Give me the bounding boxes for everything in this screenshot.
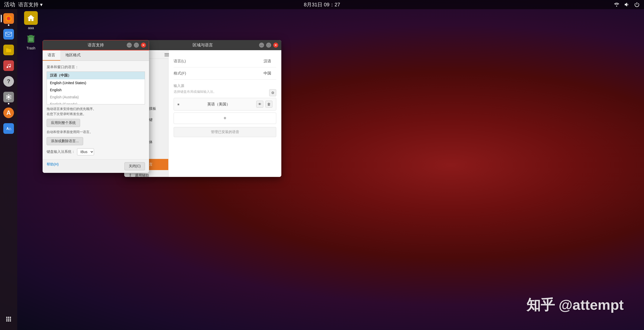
settings-main: 语言(L) 汉语 格式(F) 中国 输入源 选择键盘布局或编辑输入法。 ⚙ ■ … — [169, 50, 281, 177]
lang-apply-row: 应用到整个系统 — [47, 119, 145, 127]
settings-controls: — □ ✕ — [259, 43, 278, 48]
lang-support-title: 语言支持 — [88, 43, 104, 48]
svg-point-0 — [616, 6, 617, 7]
delete-input-button[interactable]: 🗑 — [265, 101, 272, 108]
lang-support-window: 语言支持 — □ ✕ 语言 地区格式 菜单和窗口的语言： 汉语（中国） Engl… — [43, 40, 149, 173]
lang-list[interactable]: 汉语（中国） English (United States) English E… — [47, 71, 145, 104]
kbd-select[interactable]: IBus — [77, 148, 94, 155]
desktop-icon-home[interactable]: aaa — [21, 11, 41, 30]
accessibility-icon — [128, 173, 132, 177]
language-label: 语言(L) — [174, 59, 204, 64]
input-section-label: 输入源 — [174, 84, 276, 88]
svg-point-46 — [130, 174, 131, 174]
settings-maximize-button[interactable]: □ — [266, 43, 271, 48]
dock-item-translate[interactable]: A あ — [2, 122, 15, 135]
kbd-label: 键盘输入法系统： — [47, 150, 75, 154]
input-item-bullet: ■ — [177, 102, 179, 106]
watermark: 知乎 @attempt — [526, 296, 624, 315]
svg-rect-3 — [6, 32, 12, 36]
svg-point-5 — [9, 66, 11, 67]
language-value: 汉语 — [204, 59, 276, 64]
svg-rect-26 — [164, 56, 169, 56]
dock-item-appstore[interactable]: A — [2, 106, 15, 120]
svg-point-10 — [10, 317, 11, 318]
lang-tab-language[interactable]: 语言 — [43, 50, 60, 61]
language-row[interactable]: 语言(L) 汉语 — [174, 55, 276, 67]
svg-point-12 — [8, 319, 9, 320]
kbd-row: 键盘输入法系统： IBus — [47, 148, 145, 155]
auto-login-hint: 自动和登录界面使用同一语言。 — [47, 130, 145, 135]
topbar-left: 活动 语言支持 ▾ — [4, 1, 43, 8]
lang-item-en-us[interactable]: English (United States) — [47, 79, 145, 86]
lang-item-zh-cn[interactable]: 汉语（中国） — [47, 72, 145, 79]
lang-minimize-button[interactable]: — — [127, 43, 132, 48]
dock-settings-dot — [8, 103, 9, 104]
preview-input-button[interactable]: 👁 — [256, 101, 263, 108]
svg-point-9 — [8, 317, 9, 318]
app-menu[interactable]: 语言支持 ▾ — [18, 1, 43, 8]
input-item-name: 英语（美国） — [207, 102, 230, 107]
topbar-datetime: 8月31日 09：27 — [304, 1, 340, 8]
lang-support-titlebar: 语言支持 — □ ✕ — [43, 40, 149, 50]
desktop-icon-trash[interactable]: Trash — [21, 31, 41, 50]
svg-rect-25 — [164, 54, 169, 55]
input-item-en-us[interactable]: ■ 英语（美国） 👁 🗑 — [174, 98, 276, 111]
network-icon[interactable] — [614, 2, 620, 8]
svg-point-13 — [10, 319, 11, 320]
dock-item-email[interactable] — [2, 27, 15, 41]
add-input-button[interactable]: + — [174, 113, 276, 124]
format-value: 中国 — [204, 71, 276, 76]
activities-button[interactable]: 活动 — [4, 1, 15, 8]
volume-icon[interactable] — [624, 2, 630, 8]
manage-languages-button[interactable]: 管理已安装的语音 — [174, 127, 276, 137]
settings-panel-title: 区域与语言 — [193, 43, 213, 48]
lang-section-label: 菜单和窗口的语言： — [47, 65, 145, 69]
svg-rect-24 — [164, 53, 169, 54]
nav-accessibility-label: 通用辅助 — [135, 173, 149, 177]
lang-maximize-button[interactable]: □ — [134, 43, 139, 48]
lang-item-en-ca[interactable]: English (Canada) — [47, 101, 145, 104]
svg-point-14 — [6, 320, 8, 322]
home-icon-label: aaa — [28, 26, 34, 30]
dock: ? A A あ — [0, 9, 17, 330]
svg-text:あ: あ — [9, 127, 12, 131]
dock-item-help[interactable]: ? — [2, 75, 15, 88]
lang-item-en[interactable]: English — [47, 86, 145, 94]
dock-item-settings[interactable] — [2, 90, 15, 104]
add-remove-row: 添加或删除语言... — [47, 137, 145, 145]
dock-item-firefox[interactable] — [2, 12, 15, 25]
lang-hint: 拖动语言来安排他们的优先顺序。 在您下次登录时将发生效。 — [47, 106, 145, 116]
input-item-actions: 👁 🗑 — [256, 101, 272, 108]
add-remove-button[interactable]: 添加或删除语言... — [47, 137, 83, 145]
svg-point-8 — [6, 317, 8, 318]
lang-footer: 帮助(H) 关闭(C) — [43, 159, 149, 173]
input-settings-button[interactable]: ⚙ — [269, 89, 276, 96]
dock-active-dot — [8, 24, 9, 26]
dock-item-files[interactable] — [2, 43, 15, 57]
power-icon[interactable] — [634, 2, 640, 8]
lang-tab-regional[interactable]: 地区格式 — [60, 50, 86, 61]
dock-item-grid[interactable] — [2, 312, 15, 326]
dock-item-music[interactable] — [2, 59, 15, 72]
settings-minimize-button[interactable]: — — [259, 43, 264, 48]
menu-icon[interactable] — [163, 51, 170, 59]
svg-point-16 — [10, 320, 11, 322]
lang-content: 菜单和窗口的语言： 汉语（中国） English (United States)… — [43, 61, 149, 159]
topbar-right — [614, 2, 640, 8]
lang-tabs: 语言 地区格式 — [43, 50, 149, 61]
lang-close-button[interactable]: ✕ — [141, 43, 146, 48]
input-hint: 选择键盘布局或编辑输入法。 — [174, 89, 216, 94]
svg-point-11 — [6, 319, 8, 320]
svg-point-4 — [7, 66, 8, 68]
apply-system-button[interactable]: 应用到整个系统 — [47, 119, 80, 127]
format-label: 格式(F) — [174, 71, 204, 76]
lang-item-en-au[interactable]: English (Australia) — [47, 94, 145, 101]
help-link[interactable]: 帮助(H) — [47, 162, 59, 170]
close-button[interactable]: 关闭(C) — [124, 162, 145, 170]
svg-point-15 — [8, 320, 9, 322]
settings-close-button[interactable]: ✕ — [273, 43, 278, 48]
topbar: 活动 语言支持 ▾ 8月31日 09：27 — [0, 0, 644, 9]
lang-window-controls: — □ ✕ — [127, 43, 146, 48]
format-row[interactable]: 格式(F) 中国 — [174, 67, 276, 80]
trash-icon-label: Trash — [26, 46, 35, 50]
